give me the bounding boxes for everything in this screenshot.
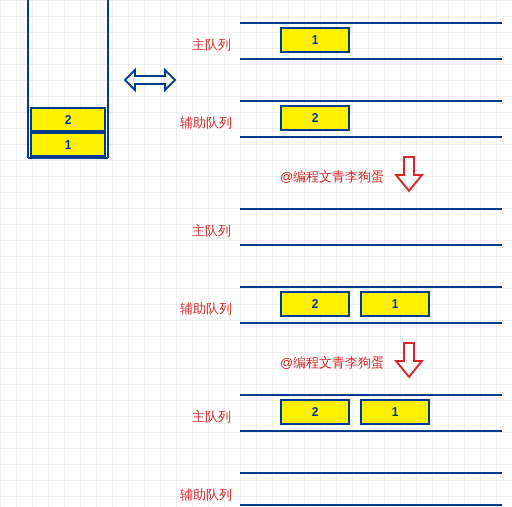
queue-line bbox=[240, 100, 502, 102]
queue-box: 1 bbox=[360, 399, 430, 425]
queue-box: 2 bbox=[280, 105, 350, 131]
queue-box: 2 bbox=[280, 399, 350, 425]
queue-line bbox=[240, 472, 502, 474]
double-arrow-icon bbox=[120, 65, 180, 95]
stack-cell-bottom: 1 bbox=[30, 132, 106, 157]
queue-line bbox=[240, 208, 502, 210]
queue-box: 1 bbox=[280, 27, 350, 53]
down-arrow-icon bbox=[394, 341, 424, 381]
queue-line bbox=[240, 286, 502, 288]
queue-line bbox=[240, 244, 502, 246]
label-aux-1: 辅助队列 bbox=[180, 114, 232, 132]
label-aux-2: 辅助队列 bbox=[180, 300, 232, 318]
queue-line bbox=[240, 22, 502, 24]
label-main-2: 主队列 bbox=[192, 222, 231, 240]
queue-line bbox=[240, 322, 502, 324]
label-main-3: 主队列 bbox=[192, 408, 231, 426]
queue-line bbox=[240, 394, 502, 396]
queue-line bbox=[240, 430, 502, 432]
queue-box: 1 bbox=[360, 291, 430, 317]
queue-line bbox=[240, 58, 502, 60]
down-arrow-icon bbox=[394, 155, 424, 195]
watermark-1: @编程文青李狗蛋 bbox=[280, 168, 384, 186]
stack-cell-top: 2 bbox=[30, 107, 106, 132]
label-aux-3: 辅助队列 bbox=[180, 486, 232, 504]
queue-box: 2 bbox=[280, 291, 350, 317]
queue-line bbox=[240, 136, 502, 138]
label-main-1: 主队列 bbox=[192, 36, 231, 54]
watermark-2: @编程文青李狗蛋 bbox=[280, 354, 384, 372]
queue-line bbox=[240, 504, 502, 506]
